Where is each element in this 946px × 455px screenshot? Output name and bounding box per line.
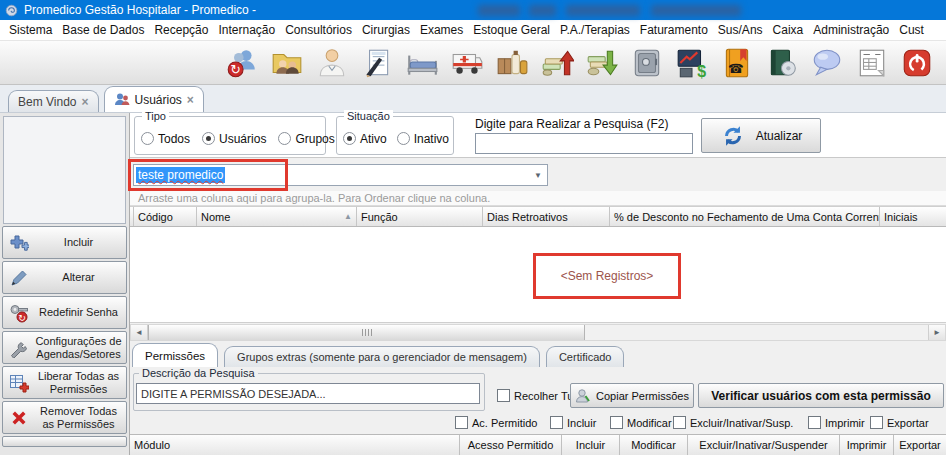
radio-grupos[interactable]: Grupos xyxy=(278,132,334,146)
radio-icon[interactable] xyxy=(343,132,356,145)
checkbox-icon[interactable] xyxy=(550,416,563,429)
radio-icon[interactable] xyxy=(278,132,291,145)
column-desconto[interactable]: % de Desconto no Fechamento de Uma Conta… xyxy=(610,207,880,226)
filter-panel: Tipo Todos Usuários Grupos Situação Ativ… xyxy=(130,113,946,158)
column-modificar[interactable]: Modificar xyxy=(620,435,688,455)
sync-users-icon[interactable]: ↻ xyxy=(224,45,260,81)
chat-icon[interactable] xyxy=(809,45,845,81)
column-label: Nome xyxy=(201,211,230,223)
radio-todos[interactable]: Todos xyxy=(141,132,190,146)
checkbox-icon[interactable] xyxy=(673,416,686,429)
radio-ativo[interactable]: Ativo xyxy=(343,132,387,146)
horizontal-scrollbar[interactable]: ◄ ► xyxy=(130,324,946,341)
column-exportar[interactable]: Exportar xyxy=(894,435,946,455)
close-icon[interactable]: × xyxy=(187,94,194,106)
manual-book-icon[interactable] xyxy=(764,45,800,81)
detail-tabstrip: Permissões Grupos extras (somente para o… xyxy=(130,341,946,367)
checkbox-icon[interactable] xyxy=(610,416,623,429)
redefinir-senha-button[interactable]: ↻ Redefinir Senha xyxy=(2,296,127,329)
menu-internacao[interactable]: Internação xyxy=(213,21,280,39)
pharmacy-stock-icon[interactable] xyxy=(494,45,530,81)
imprimir-checkbox[interactable]: Imprimir xyxy=(808,416,865,429)
column-dias-retroativos[interactable]: Dias Retroativos xyxy=(483,207,610,226)
menu-cirurgias[interactable]: Cirurgias xyxy=(357,21,415,39)
column-codigo[interactable]: Código xyxy=(134,207,197,226)
menu-custo[interactable]: Cust xyxy=(894,21,929,39)
partial-button[interactable] xyxy=(2,436,127,447)
remover-permissoes-button[interactable]: Remover Todas as Permissões xyxy=(2,401,127,434)
tab-grupos-extras[interactable]: Grupos extras (somente para o gerenciado… xyxy=(224,346,540,367)
menu-caixa[interactable]: Caixa xyxy=(768,21,809,39)
tab-permissoes[interactable]: Permissões xyxy=(132,343,218,367)
users-grid-body xyxy=(130,227,946,323)
ambulance-icon[interactable] xyxy=(449,45,485,81)
checkbox-icon[interactable] xyxy=(455,416,468,429)
alterar-button[interactable]: Alterar xyxy=(2,261,127,294)
column-modulo[interactable]: Módulo xyxy=(130,435,460,455)
tipo-groupbox: Tipo Todos Usuários Grupos xyxy=(134,116,326,155)
menu-faturamento[interactable]: Faturamento xyxy=(635,21,713,39)
revenue-up-icon[interactable] xyxy=(539,45,575,81)
checkbox-icon[interactable] xyxy=(870,416,883,429)
checkbox-icon[interactable] xyxy=(497,389,510,402)
sort-asc-icon: ▲ xyxy=(344,212,352,221)
menu-sistema[interactable]: Sistema xyxy=(4,21,57,39)
permissions-table-header: Módulo Acesso Permitido Incluir Modifica… xyxy=(130,434,946,455)
radio-icon[interactable] xyxy=(202,132,215,145)
menu-administracao[interactable]: Administração xyxy=(808,21,894,39)
column-nome[interactable]: Nome▲ xyxy=(197,207,357,226)
chevron-down-icon[interactable]: ▼ xyxy=(534,171,542,180)
permissao-search-input[interactable] xyxy=(136,383,480,404)
expense-down-icon[interactable] xyxy=(584,45,620,81)
menu-exames[interactable]: Exames xyxy=(415,21,468,39)
invoice-form-icon[interactable] xyxy=(854,45,890,81)
menu-pa-terapias[interactable]: P.A./Terapias xyxy=(555,21,635,39)
incluir-checkbox[interactable]: Incluir xyxy=(550,416,596,429)
radio-inativo[interactable]: Inativo xyxy=(397,132,449,146)
liberar-permissoes-button[interactable]: Liberar Todas as Permissões xyxy=(2,366,127,399)
safe-icon[interactable] xyxy=(629,45,665,81)
ac-permitido-checkbox[interactable]: Ac. Permitido xyxy=(455,416,537,429)
menu-base-de-dados[interactable]: Base de Dados xyxy=(57,21,149,39)
exit-power-icon[interactable] xyxy=(899,45,935,81)
menu-recepcao[interactable]: Recepção xyxy=(149,21,213,39)
column-iniciais[interactable]: Iniciais xyxy=(880,207,946,226)
close-icon[interactable]: × xyxy=(81,96,88,108)
radio-icon[interactable] xyxy=(397,132,410,145)
doctor-icon[interactable] xyxy=(314,45,350,81)
patients-folder-icon[interactable] xyxy=(269,45,305,81)
wrench-icon xyxy=(7,338,31,358)
configuracoes-agendas-button[interactable]: Configurações de Agendas/Setores xyxy=(2,331,127,364)
column-imprimir[interactable]: Imprimir xyxy=(840,435,894,455)
excluir-checkbox[interactable]: Excluir/Inativar/Susp. xyxy=(673,416,793,429)
contract-document-icon[interactable] xyxy=(359,45,395,81)
menu-sus-ans[interactable]: Sus/Ans xyxy=(713,21,768,39)
radio-usuarios[interactable]: Usuários xyxy=(202,132,266,146)
user-combobox[interactable]: teste promedico ▼ xyxy=(133,164,548,186)
checkbox-label: Exportar xyxy=(887,417,929,429)
tab-bem-vindo[interactable]: Bem Vindo × xyxy=(8,90,99,112)
incluir-button[interactable]: Incluir xyxy=(2,226,127,259)
phone-book-icon[interactable]: ☎ xyxy=(719,45,755,81)
column-acesso-permitido[interactable]: Acesso Permitido xyxy=(460,435,562,455)
column-incluir[interactable]: Incluir xyxy=(562,435,620,455)
verificar-usuarios-button[interactable]: Verificar usuários com esta permissão xyxy=(698,383,944,408)
modificar-checkbox[interactable]: Modificar xyxy=(610,416,672,429)
checkbox-icon[interactable] xyxy=(808,416,821,429)
scroll-left-icon[interactable]: ◄ xyxy=(131,325,148,340)
search-input[interactable] xyxy=(475,133,693,154)
copiar-permissoes-button[interactable]: Copiar Permissões xyxy=(570,383,694,408)
atualizar-button[interactable]: Atualizar xyxy=(701,118,821,153)
scrollbar-thumb[interactable] xyxy=(148,325,585,340)
radio-icon[interactable] xyxy=(141,132,154,145)
menu-estoque-geral[interactable]: Estoque Geral xyxy=(468,21,555,39)
column-excluir-inativar[interactable]: Excluir/Inativar/Suspender xyxy=(688,435,840,455)
exportar-checkbox[interactable]: Exportar xyxy=(870,416,929,429)
tab-certificado[interactable]: Certificado xyxy=(546,346,625,367)
billing-chart-icon[interactable]: $ xyxy=(674,45,710,81)
tab-usuarios[interactable]: Usuários × xyxy=(104,86,204,112)
hospital-bed-icon[interactable] xyxy=(404,45,440,81)
column-funcao[interactable]: Função xyxy=(357,207,483,226)
scroll-right-icon[interactable]: ► xyxy=(928,325,945,340)
menu-consultorios[interactable]: Consultórios xyxy=(280,21,357,39)
